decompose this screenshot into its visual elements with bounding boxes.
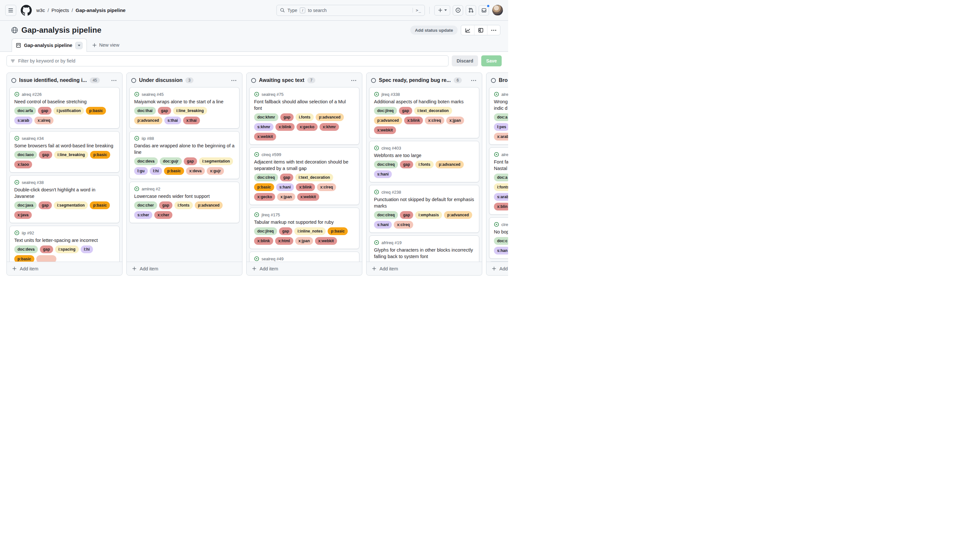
- card-title[interactable]: Webfonts are too large: [374, 152, 474, 159]
- create-new-button[interactable]: [434, 5, 450, 16]
- card-title[interactable]: Adjacent items with text decoration shou…: [254, 159, 355, 171]
- card-title[interactable]: Some browsers fail at word-based line br…: [14, 143, 115, 149]
- issue-card[interactable]: clreq #599Adjacent items with text decor…: [249, 148, 360, 205]
- label-chip: x:deva: [186, 167, 205, 175]
- add-item-button[interactable]: Add item: [366, 262, 482, 275]
- issue-card[interactable]: jlreq #175Tabular markup not supported f…: [249, 208, 360, 249]
- breadcrumb-org[interactable]: w3c: [36, 8, 45, 13]
- hamburger-menu-button[interactable]: [5, 5, 16, 16]
- issue-card[interactable]: alreFont faNastaldoc:ai:fontss:arabx:bli…: [489, 148, 508, 215]
- save-button[interactable]: Save: [481, 56, 502, 67]
- label-chip: doc:laoo: [14, 151, 37, 159]
- issue-card[interactable]: iip #92Text units for letter-spacing are…: [10, 226, 119, 262]
- issue-card[interactable]: sealreq #49: [249, 252, 360, 262]
- notification-dot: [487, 4, 490, 8]
- add-item-button[interactable]: Add item: [247, 262, 362, 275]
- label-chip: p:advanced: [374, 117, 402, 124]
- filter-placeholder: Filter by keyword or by field: [18, 58, 75, 63]
- issue-card[interactable]: sealreq #34Some browsers fail at word-ba…: [10, 131, 119, 173]
- column-menu-button[interactable]: [350, 79, 358, 82]
- column-menu-button[interactable]: [230, 79, 237, 82]
- label-chip: x:cher: [154, 211, 172, 219]
- label-chip: p:advanced: [436, 160, 464, 168]
- issue-opened-icon: [254, 92, 259, 97]
- column-menu-button[interactable]: [470, 79, 477, 82]
- label-chips: doc:cs:han: [494, 237, 508, 254]
- card-title[interactable]: Additional aspects of handling boten mar…: [374, 98, 474, 105]
- project-menu-button[interactable]: [487, 25, 500, 35]
- issue-reference: clreq #599: [261, 152, 281, 157]
- label-chip: doc:arfa: [14, 107, 36, 115]
- pull-requests-nav-button[interactable]: [466, 5, 476, 16]
- label-chip: doc:deva: [14, 246, 38, 253]
- label-chips: doc:javagapi:segmentationp:basicx:java: [14, 201, 115, 219]
- add-item-button[interactable]: Add item: [7, 262, 122, 275]
- card-title[interactable]: Need control of baseline stretching: [14, 98, 115, 105]
- column-menu-button[interactable]: [110, 79, 118, 82]
- card-title[interactable]: Glyphs for characters in other blocks in…: [374, 247, 474, 260]
- add-status-update-button[interactable]: Add status update: [410, 25, 458, 35]
- breadcrumb-current-page[interactable]: Gap-analysis pipeline: [75, 8, 126, 13]
- card-title[interactable]: Double-click doesn't highlight a word in…: [14, 187, 115, 200]
- issues-nav-button[interactable]: [453, 5, 463, 16]
- user-avatar[interactable]: [492, 5, 503, 16]
- issue-card[interactable]: clreq #238Punctuation not skipped by def…: [369, 185, 479, 233]
- column-status-icon: [131, 78, 136, 83]
- issue-card[interactable]: alreq #226Need control of baseline stret…: [10, 87, 119, 128]
- column-header: Issue identified, needing i...45: [7, 73, 122, 86]
- issue-opened-icon: [494, 152, 499, 157]
- card-title[interactable]: Punctuation not skipped by default for e…: [374, 196, 474, 209]
- issue-card[interactable]: jlreq #338Additional aspects of handling…: [369, 87, 479, 138]
- issue-card[interactable]: iip #88Dandas are wrapped alone to the b…: [129, 131, 240, 179]
- card-title[interactable]: Lowercase needs wider font support: [134, 193, 235, 200]
- label-chip: gap: [38, 201, 52, 209]
- card-title[interactable]: Font fallback should allow selection of …: [254, 98, 355, 111]
- issue-card[interactable]: sealreq #45Maiyamok wraps alone to the s…: [129, 87, 240, 128]
- add-item-button[interactable]: Add item: [127, 262, 242, 275]
- label-chip: i:justification: [54, 107, 84, 115]
- label-chip: x:jpan: [446, 117, 464, 124]
- card-title[interactable]: No bop: [494, 228, 508, 235]
- inbox-nav-button[interactable]: [479, 5, 489, 16]
- label-chip: gap: [279, 227, 292, 235]
- label-chip: i:spacing: [55, 246, 79, 253]
- ellipsis-icon: [351, 80, 356, 81]
- issue-card[interactable]: alreWrongindic ddoc:al:pesx:arab: [489, 87, 508, 145]
- side-panel-button[interactable]: [474, 25, 487, 35]
- new-view-button[interactable]: New view: [87, 38, 124, 51]
- issue-card[interactable]: sealreq #75Font fallback should allow se…: [249, 87, 360, 145]
- issue-reference: alre: [501, 152, 508, 157]
- global-search-input[interactable]: Type / to search >_: [277, 5, 425, 16]
- card-title[interactable]: Dandas are wrapped alone to the beginnin…: [134, 143, 235, 155]
- issue-card[interactable]: afrlreq #19Glyphs for characters in othe…: [369, 235, 479, 262]
- card-title[interactable]: Text units for letter-spacing are incorr…: [14, 237, 115, 244]
- discard-button[interactable]: Discard: [452, 56, 478, 67]
- add-item-button[interactable]: Add item: [487, 262, 508, 275]
- command-palette-icon[interactable]: >_: [412, 8, 421, 13]
- issue-card[interactable]: clreNo bopdoc:cs:han: [489, 217, 508, 259]
- breadcrumb-section[interactable]: Projects: [51, 8, 69, 13]
- issue-card[interactable]: amlreq #2Lowercase needs wider font supp…: [129, 182, 240, 223]
- label-chips: doc:jlreqgapi:text_decorationp:advancedx…: [374, 107, 474, 134]
- tab-options-button[interactable]: [75, 42, 83, 49]
- label-chip: gap: [280, 113, 294, 121]
- card-title[interactable]: Wrongindic d: [494, 98, 508, 111]
- issue-card[interactable]: clreq #403Webfonts are too largedoc:clre…: [369, 141, 479, 182]
- label-chip: x:clreq: [317, 183, 336, 191]
- github-logo-icon[interactable]: [21, 5, 32, 16]
- tab-label: Gap-analysis pipeline: [24, 43, 72, 48]
- label-chips: doc:jlreqgapi:inline_notesp:basicx:blink…: [254, 227, 355, 245]
- card-title[interactable]: Maiyamok wraps alone to the start of a l…: [134, 98, 235, 105]
- insights-button[interactable]: [461, 25, 474, 35]
- issue-card[interactable]: sealreq #38Double-click doesn't highligh…: [10, 175, 119, 223]
- column-count-badge: 6: [454, 78, 462, 83]
- label-chip: s:hani: [276, 183, 294, 191]
- label-chip: s:hani: [374, 221, 392, 228]
- card-title[interactable]: Font faNastal: [494, 159, 508, 171]
- label-chips: doc:laoogapi:line_breakingp:basicx:laoo: [14, 151, 115, 168]
- filter-input[interactable]: Filter by keyword or by field: [6, 56, 449, 67]
- issue-reference: sealreq #34: [22, 136, 44, 141]
- card-title[interactable]: Tabular markup not supported for ruby: [254, 219, 355, 225]
- slash-key-icon: /: [300, 8, 305, 13]
- tab-gap-analysis-pipeline[interactable]: Gap-analysis pipeline: [12, 38, 87, 52]
